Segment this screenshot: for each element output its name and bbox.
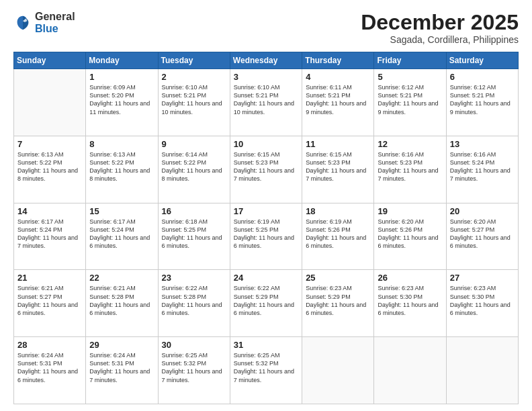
cell-info: Sunrise: 6:23 AM Sunset: 5:30 PM Dayligh… <box>450 284 515 317</box>
cell-info: Sunrise: 6:15 AM Sunset: 5:23 PM Dayligh… <box>234 150 298 183</box>
logo-general: General <box>35 11 75 23</box>
cell-info: Sunrise: 6:23 AM Sunset: 5:30 PM Dayligh… <box>378 284 442 317</box>
header-tuesday: Tuesday <box>158 52 230 69</box>
calendar-cell: 17Sunrise: 6:19 AM Sunset: 5:25 PM Dayli… <box>230 203 302 270</box>
day-number: 5 <box>378 72 442 82</box>
calendar-cell: 27Sunrise: 6:23 AM Sunset: 5:30 PM Dayli… <box>446 270 518 337</box>
calendar-cell: 25Sunrise: 6:23 AM Sunset: 5:29 PM Dayli… <box>302 270 374 337</box>
cell-info: Sunrise: 6:13 AM Sunset: 5:22 PM Dayligh… <box>17 150 82 183</box>
calendar-cell: 5Sunrise: 6:12 AM Sunset: 5:21 PM Daylig… <box>374 69 446 136</box>
day-number: 29 <box>89 340 154 350</box>
day-number: 27 <box>450 273 515 283</box>
cell-info: Sunrise: 6:15 AM Sunset: 5:23 PM Dayligh… <box>306 150 370 183</box>
cell-info: Sunrise: 6:11 AM Sunset: 5:21 PM Dayligh… <box>306 83 370 116</box>
cell-info: Sunrise: 6:20 AM Sunset: 5:27 PM Dayligh… <box>450 218 515 250</box>
calendar-cell: 15Sunrise: 6:17 AM Sunset: 5:24 PM Dayli… <box>86 203 158 270</box>
cell-info: Sunrise: 6:17 AM Sunset: 5:24 PM Dayligh… <box>89 218 154 250</box>
cell-info: Sunrise: 6:23 AM Sunset: 5:29 PM Dayligh… <box>306 284 370 317</box>
day-number: 24 <box>234 273 298 283</box>
calendar-cell <box>446 337 518 404</box>
calendar-cell: 29Sunrise: 6:24 AM Sunset: 5:31 PM Dayli… <box>86 337 158 404</box>
calendar-cell <box>302 337 374 404</box>
calendar-cell: 11Sunrise: 6:15 AM Sunset: 5:23 PM Dayli… <box>302 136 374 203</box>
day-number: 6 <box>450 72 515 82</box>
day-number: 1 <box>89 72 154 82</box>
day-number: 17 <box>234 206 298 216</box>
calendar-cell: 31Sunrise: 6:25 AM Sunset: 5:32 PM Dayli… <box>230 337 302 404</box>
day-number: 18 <box>306 206 370 216</box>
calendar-cell: 18Sunrise: 6:19 AM Sunset: 5:26 PM Dayli… <box>302 203 374 270</box>
day-number: 13 <box>450 139 515 149</box>
day-number: 28 <box>17 340 82 350</box>
day-number: 20 <box>450 206 515 216</box>
calendar-cell: 7Sunrise: 6:13 AM Sunset: 5:22 PM Daylig… <box>14 136 86 203</box>
day-number: 11 <box>306 139 370 149</box>
cell-info: Sunrise: 6:18 AM Sunset: 5:25 PM Dayligh… <box>162 218 226 250</box>
month-title: December 2025 <box>361 11 519 34</box>
header-sunday: Sunday <box>14 52 86 69</box>
page: General Blue December 2025 Sagada, Cordi… <box>0 0 532 411</box>
calendar-cell: 16Sunrise: 6:18 AM Sunset: 5:25 PM Dayli… <box>158 203 230 270</box>
cell-info: Sunrise: 6:25 AM Sunset: 5:32 PM Dayligh… <box>162 351 226 384</box>
day-number: 14 <box>17 206 82 216</box>
cell-info: Sunrise: 6:21 AM Sunset: 5:28 PM Dayligh… <box>89 284 154 317</box>
day-number: 16 <box>162 206 226 216</box>
calendar-week-3: 14Sunrise: 6:17 AM Sunset: 5:24 PM Dayli… <box>14 203 519 270</box>
day-number: 30 <box>162 340 226 350</box>
header-wednesday: Wednesday <box>230 52 302 69</box>
calendar-cell <box>14 69 86 136</box>
calendar-cell: 4Sunrise: 6:11 AM Sunset: 5:21 PM Daylig… <box>302 69 374 136</box>
cell-info: Sunrise: 6:25 AM Sunset: 5:32 PM Dayligh… <box>234 351 298 384</box>
calendar-cell: 1Sunrise: 6:09 AM Sunset: 5:20 PM Daylig… <box>86 69 158 136</box>
logo-icon <box>13 13 32 32</box>
day-number: 26 <box>378 273 442 283</box>
calendar-cell: 12Sunrise: 6:16 AM Sunset: 5:23 PM Dayli… <box>374 136 446 203</box>
cell-info: Sunrise: 6:21 AM Sunset: 5:27 PM Dayligh… <box>17 284 82 317</box>
cell-info: Sunrise: 6:10 AM Sunset: 5:21 PM Dayligh… <box>162 83 226 116</box>
day-number: 15 <box>89 206 154 216</box>
header-thursday: Thursday <box>302 52 374 69</box>
cell-info: Sunrise: 6:17 AM Sunset: 5:24 PM Dayligh… <box>17 218 82 250</box>
day-number: 12 <box>378 139 442 149</box>
calendar-week-2: 7Sunrise: 6:13 AM Sunset: 5:22 PM Daylig… <box>14 136 519 203</box>
logo-text: General Blue <box>35 11 75 34</box>
logo: General Blue <box>13 11 75 34</box>
cell-info: Sunrise: 6:16 AM Sunset: 5:24 PM Dayligh… <box>450 150 515 183</box>
cell-info: Sunrise: 6:22 AM Sunset: 5:29 PM Dayligh… <box>234 284 298 317</box>
header-monday: Monday <box>86 52 158 69</box>
day-number: 23 <box>162 273 226 283</box>
day-number: 19 <box>378 206 442 216</box>
header: General Blue December 2025 Sagada, Cordi… <box>13 11 519 45</box>
day-number: 3 <box>234 72 298 82</box>
calendar-cell <box>374 337 446 404</box>
cell-info: Sunrise: 6:20 AM Sunset: 5:26 PM Dayligh… <box>378 218 442 250</box>
cell-info: Sunrise: 6:24 AM Sunset: 5:31 PM Dayligh… <box>89 351 154 384</box>
calendar-cell: 8Sunrise: 6:13 AM Sunset: 5:22 PM Daylig… <box>86 136 158 203</box>
cell-info: Sunrise: 6:10 AM Sunset: 5:21 PM Dayligh… <box>234 83 298 116</box>
calendar-week-1: 1Sunrise: 6:09 AM Sunset: 5:20 PM Daylig… <box>14 69 519 136</box>
day-number: 2 <box>162 72 226 82</box>
calendar-cell: 13Sunrise: 6:16 AM Sunset: 5:24 PM Dayli… <box>446 136 518 203</box>
title-block: December 2025 Sagada, Cordillera, Philip… <box>361 11 519 45</box>
calendar-cell: 23Sunrise: 6:22 AM Sunset: 5:28 PM Dayli… <box>158 270 230 337</box>
calendar-cell: 6Sunrise: 6:12 AM Sunset: 5:21 PM Daylig… <box>446 69 518 136</box>
cell-info: Sunrise: 6:12 AM Sunset: 5:21 PM Dayligh… <box>378 83 442 116</box>
cell-info: Sunrise: 6:19 AM Sunset: 5:26 PM Dayligh… <box>306 218 370 250</box>
calendar-week-4: 21Sunrise: 6:21 AM Sunset: 5:27 PM Dayli… <box>14 270 519 337</box>
cell-info: Sunrise: 6:16 AM Sunset: 5:23 PM Dayligh… <box>378 150 442 183</box>
cell-info: Sunrise: 6:22 AM Sunset: 5:28 PM Dayligh… <box>162 284 226 317</box>
calendar-cell: 14Sunrise: 6:17 AM Sunset: 5:24 PM Dayli… <box>14 203 86 270</box>
cell-info: Sunrise: 6:09 AM Sunset: 5:20 PM Dayligh… <box>89 83 154 116</box>
calendar-cell: 10Sunrise: 6:15 AM Sunset: 5:23 PM Dayli… <box>230 136 302 203</box>
calendar-cell: 28Sunrise: 6:24 AM Sunset: 5:31 PM Dayli… <box>14 337 86 404</box>
day-number: 10 <box>234 139 298 149</box>
calendar-cell: 21Sunrise: 6:21 AM Sunset: 5:27 PM Dayli… <box>14 270 86 337</box>
day-number: 8 <box>89 139 154 149</box>
cell-info: Sunrise: 6:24 AM Sunset: 5:31 PM Dayligh… <box>17 351 82 384</box>
cell-info: Sunrise: 6:14 AM Sunset: 5:22 PM Dayligh… <box>162 150 226 183</box>
logo-blue: Blue <box>35 23 75 35</box>
calendar-cell: 22Sunrise: 6:21 AM Sunset: 5:28 PM Dayli… <box>86 270 158 337</box>
calendar-week-5: 28Sunrise: 6:24 AM Sunset: 5:31 PM Dayli… <box>14 337 519 404</box>
day-header-row: Sunday Monday Tuesday Wednesday Thursday… <box>14 52 519 69</box>
header-saturday: Saturday <box>446 52 518 69</box>
